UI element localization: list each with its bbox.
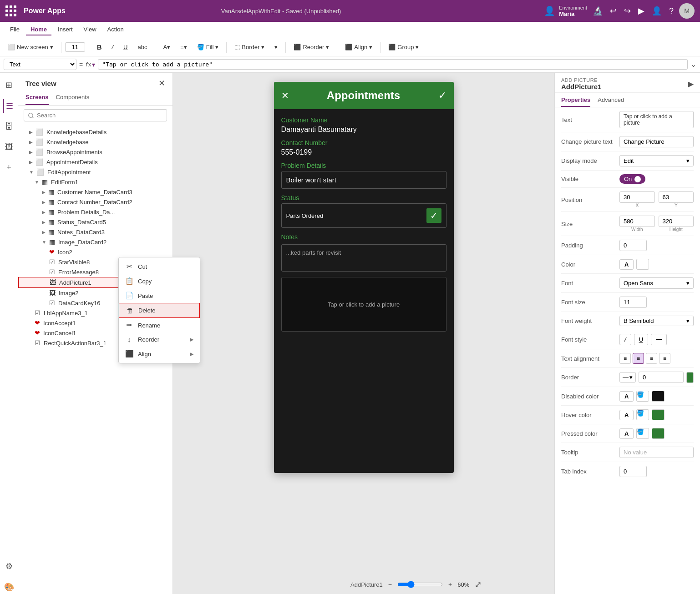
- add-picture-control[interactable]: Tap or click to add a picture: [281, 277, 446, 332]
- italic-style-button[interactable]: /: [619, 334, 631, 345]
- prop-pos-y-input[interactable]: [659, 191, 694, 203]
- align-center-button[interactable]: ≡: [633, 353, 644, 364]
- tree-item-customer-name[interactable]: ▶ ▦ Customer Name_DataCard3: [18, 187, 172, 197]
- prop-change-picture-input[interactable]: [619, 136, 694, 147]
- border-width-input[interactable]: [639, 372, 684, 383]
- font-size-input[interactable]: [65, 42, 85, 52]
- expand-canvas-button[interactable]: ⤢: [475, 579, 482, 589]
- sidebar-icon-grid[interactable]: ⊞: [4, 78, 14, 92]
- ctx-cut[interactable]: ✂ Cut: [119, 259, 200, 274]
- tree-item-knowledgebasedetails[interactable]: ▶ ⬜ KnowledgebaseDetails: [18, 127, 172, 137]
- undo-icon[interactable]: ↩: [610, 6, 617, 16]
- group-button[interactable]: ⬛ Group ▾: [384, 41, 423, 53]
- status-dropdown[interactable]: Parts Ordered ✓: [281, 203, 446, 228]
- check-icon[interactable]: ✓: [438, 90, 446, 101]
- tab-components[interactable]: Components: [56, 92, 90, 105]
- expand-arrow[interactable]: ▶: [29, 150, 33, 155]
- help-icon[interactable]: ?: [669, 6, 674, 16]
- expand-arrow[interactable]: ▼: [42, 240, 46, 245]
- tree-item-status[interactable]: ▶ ▦ Status_DataCard5: [18, 217, 172, 227]
- menu-view[interactable]: View: [79, 24, 101, 35]
- italic-button[interactable]: /: [107, 41, 117, 53]
- problem-details-input[interactable]: Boiler won't start: [281, 171, 446, 189]
- menu-file[interactable]: File: [5, 24, 24, 35]
- prop-pressed-color-swatch[interactable]: [652, 428, 664, 439]
- expand-arrow[interactable]: ▶: [29, 130, 33, 135]
- align-right-button[interactable]: ≡: [646, 353, 657, 364]
- prop-width-input[interactable]: [619, 216, 655, 227]
- zoom-increase-button[interactable]: +: [448, 581, 452, 588]
- reorder-button[interactable]: ⬛ Reorder ▾: [289, 41, 333, 53]
- prop-tab-index-input[interactable]: [619, 466, 647, 477]
- search-input[interactable]: [24, 109, 167, 121]
- tree-item-contact-number[interactable]: ▶ ▦ Contact Number_DataCard2: [18, 197, 172, 207]
- menu-action[interactable]: Action: [103, 24, 128, 35]
- expand-arrow[interactable]: ▼: [29, 170, 34, 175]
- prop-disabled-color-swatch[interactable]: [652, 391, 664, 402]
- close-icon[interactable]: ✕: [281, 90, 289, 101]
- zoom-slider[interactable]: [397, 581, 443, 588]
- zoom-decrease-button[interactable]: −: [388, 581, 392, 588]
- expand-arrow[interactable]: ▶: [29, 140, 33, 145]
- expand-arrow[interactable]: ▶: [42, 230, 46, 235]
- border-button[interactable]: ⬚ Border ▾: [230, 41, 269, 53]
- expand-arrow[interactable]: ▼: [35, 180, 39, 185]
- prop-tooltip-input[interactable]: [619, 447, 694, 458]
- tree-item-appointmentdetails[interactable]: ▶ ⬜ AppointmentDetails: [18, 157, 172, 167]
- menu-insert[interactable]: Insert: [53, 24, 77, 35]
- expand-arrow[interactable]: ▶: [42, 190, 46, 195]
- sidebar-icon-plus[interactable]: +: [5, 161, 13, 174]
- font-color-button[interactable]: A▾: [159, 41, 174, 53]
- prop-hover-color-swatch[interactable]: [652, 409, 664, 420]
- tab-advanced[interactable]: Advanced: [598, 93, 624, 107]
- prop-disabled-color-fill-button[interactable]: 🪣: [636, 391, 649, 402]
- prop-pos-x-input[interactable]: [619, 191, 655, 203]
- tree-item-editform1[interactable]: ▼ ▦ EditForm1: [18, 177, 172, 187]
- waffle-icon[interactable]: [5, 5, 16, 16]
- border-style-dropdown[interactable]: — ▾: [619, 372, 636, 383]
- tree-item-icon2[interactable]: ❤ Icon2: [18, 247, 172, 257]
- underline-style-button[interactable]: U: [634, 334, 648, 345]
- fill-button[interactable]: 🪣 Fill ▾: [193, 41, 223, 53]
- bold-button[interactable]: B: [93, 41, 106, 53]
- prop-color-text-button[interactable]: A: [619, 259, 634, 270]
- strikethrough-button[interactable]: abc: [134, 41, 152, 53]
- notes-input[interactable]: ...ked parts for revisit: [281, 244, 446, 272]
- prop-font-weight-dropdown[interactable]: B Semibold ▾: [619, 316, 694, 326]
- tree-item-notes[interactable]: ▶ ▦ Notes_DataCard3: [18, 227, 172, 237]
- play-icon[interactable]: ▶: [638, 6, 644, 16]
- redo-icon[interactable]: ↪: [624, 6, 631, 16]
- formula-expand-button[interactable]: ⌄: [690, 60, 696, 69]
- ctx-rename[interactable]: ✏ Rename: [119, 318, 200, 332]
- tree-item-image-datacard[interactable]: ▼ ▦ Image_DataCard2: [18, 237, 172, 247]
- prop-hover-fill-button[interactable]: 🪣: [636, 409, 649, 420]
- align-justify-button[interactable]: ≡: [659, 353, 670, 364]
- prop-pressed-color-text-button[interactable]: A: [619, 428, 634, 439]
- menu-home[interactable]: Home: [26, 24, 51, 35]
- sidebar-icon-settings[interactable]: ⚙: [4, 559, 15, 573]
- tab-properties[interactable]: Properties: [561, 93, 590, 107]
- prop-font-size-input[interactable]: [619, 297, 647, 308]
- prop-disabled-color-text-button[interactable]: A: [619, 391, 634, 402]
- ctx-paste[interactable]: 📄 Paste: [119, 288, 200, 303]
- prop-font-dropdown[interactable]: Open Sans ▾: [619, 277, 694, 289]
- expand-arrow[interactable]: ▶: [42, 200, 46, 205]
- align-button[interactable]: ⬛ Align ▾: [341, 41, 376, 53]
- prop-visible-toggle[interactable]: On: [619, 174, 645, 184]
- prop-hover-color-text-button[interactable]: A: [619, 410, 634, 420]
- prop-pressed-fill-button[interactable]: 🪣: [636, 428, 649, 439]
- formula-input[interactable]: [98, 59, 688, 70]
- stethoscope-icon[interactable]: 🔬: [593, 6, 603, 16]
- ctx-reorder[interactable]: ↕ Reorder ▶: [119, 332, 200, 347]
- sidebar-icon-data[interactable]: 🗄: [3, 120, 15, 133]
- avatar[interactable]: M: [679, 3, 695, 19]
- dropdown-arrow-button[interactable]: ▾: [270, 41, 282, 53]
- border-color-swatch[interactable]: [686, 372, 694, 383]
- tree-panel-close-button[interactable]: ✕: [158, 78, 165, 88]
- tree-item-knowledgebase[interactable]: ▶ ⬜ Knowledgebase: [18, 137, 172, 147]
- expand-arrow[interactable]: ▶: [42, 210, 46, 215]
- prop-padding-input[interactable]: [619, 240, 647, 251]
- user-icon[interactable]: 👤: [652, 6, 662, 16]
- prop-height-input[interactable]: [659, 216, 694, 227]
- prop-color-swatch[interactable]: [636, 259, 649, 270]
